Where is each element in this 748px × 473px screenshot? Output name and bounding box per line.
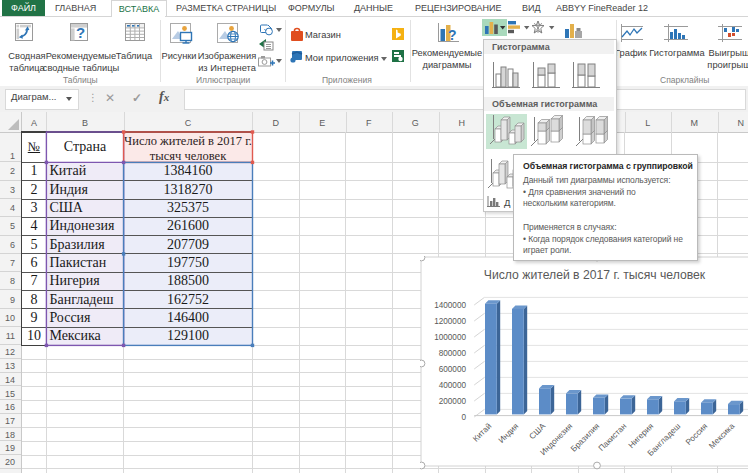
svg-text:600000: 600000 [439, 365, 467, 374]
svg-text:Д: Д [504, 197, 511, 208]
svg-text:1200000: 1200000 [434, 317, 466, 326]
svg-text:Число жителей в 2017 г. тысяч: Число жителей в 2017 г. тысяч человек [484, 268, 706, 282]
svg-text:400000: 400000 [439, 381, 467, 390]
svg-text:1000000: 1000000 [434, 333, 466, 342]
svg-text:0: 0 [461, 413, 466, 422]
svg-text:800000: 800000 [439, 349, 467, 358]
svg-text:200000: 200000 [439, 397, 467, 406]
svg-text:?: ? [448, 27, 457, 43]
svg-text:?: ? [76, 24, 85, 41]
svg-text:1400000: 1400000 [434, 301, 466, 310]
